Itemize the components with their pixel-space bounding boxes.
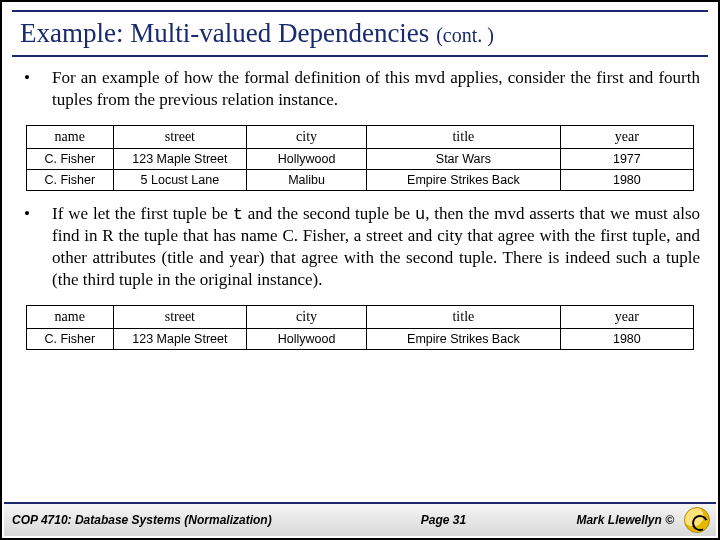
- cell-street: 123 Maple Street: [113, 148, 246, 169]
- th-title: title: [367, 125, 560, 148]
- var-t: t: [233, 205, 243, 224]
- cell-city: Hollywood: [247, 328, 367, 349]
- table-row: C. Fisher 123 Maple Street Hollywood Sta…: [26, 148, 693, 169]
- table-2: name street city title year C. Fisher 12…: [26, 305, 694, 350]
- bullet-dot: •: [24, 203, 52, 291]
- table-header-row: name street city title year: [26, 305, 693, 328]
- th-city: city: [247, 305, 367, 328]
- th-year: year: [560, 305, 693, 328]
- cell-title: Empire Strikes Back: [367, 169, 560, 190]
- slide: Example: Multi-valued Dependencies (cont…: [0, 0, 720, 540]
- th-title: title: [367, 305, 560, 328]
- cell-name: C. Fisher: [26, 328, 113, 349]
- title-cont: (cont. ): [436, 24, 494, 46]
- cell-city: Malibu: [247, 169, 367, 190]
- table-header-row: name street city title year: [26, 125, 693, 148]
- bullet-1: • For an example of how the formal defin…: [12, 67, 708, 121]
- rule-top: [12, 10, 708, 12]
- cell-street: 123 Maple Street: [113, 328, 246, 349]
- cell-year: 1980: [560, 328, 693, 349]
- cell-street: 5 Locust Lane: [113, 169, 246, 190]
- var-u: u: [415, 205, 425, 224]
- footer: COP 4710: Database Systems (Normalizatio…: [4, 502, 716, 536]
- cell-name: C. Fisher: [26, 169, 113, 190]
- cell-title: Star Wars: [367, 148, 560, 169]
- slide-title: Example: Multi-valued Dependencies (cont…: [12, 16, 708, 55]
- bullet-2: • If we let the first tuple be t and the…: [12, 203, 708, 301]
- bullet-dot: •: [24, 67, 52, 111]
- th-name: name: [26, 125, 113, 148]
- footer-page: Page 31: [374, 513, 513, 527]
- th-street: street: [113, 125, 246, 148]
- cell-year: 1980: [560, 169, 693, 190]
- cell-title: Empire Strikes Back: [367, 328, 560, 349]
- footer-course: COP 4710: Database Systems (Normalizatio…: [12, 513, 374, 527]
- bullet-2-text: If we let the first tuple be t and the s…: [52, 203, 700, 291]
- th-city: city: [247, 125, 367, 148]
- p2b: and the second tuple be: [243, 204, 415, 223]
- th-name: name: [26, 305, 113, 328]
- cell-year: 1977: [560, 148, 693, 169]
- rule-under-title: [12, 55, 708, 57]
- footer-author: Mark Llewellyn ©: [513, 513, 708, 527]
- p2a: If we let the first tuple be: [52, 204, 233, 223]
- table-1: name street city title year C. Fisher 12…: [26, 125, 694, 191]
- cell-name: C. Fisher: [26, 148, 113, 169]
- table-row: C. Fisher 123 Maple Street Hollywood Emp…: [26, 328, 693, 349]
- table-row: C. Fisher 5 Locust Lane Malibu Empire St…: [26, 169, 693, 190]
- th-year: year: [560, 125, 693, 148]
- cell-city: Hollywood: [247, 148, 367, 169]
- title-main: Example: Multi-valued Dependencies: [20, 18, 436, 48]
- bullet-1-text: For an example of how the formal definit…: [52, 67, 700, 111]
- ucf-logo-icon: [684, 507, 710, 533]
- th-street: street: [113, 305, 246, 328]
